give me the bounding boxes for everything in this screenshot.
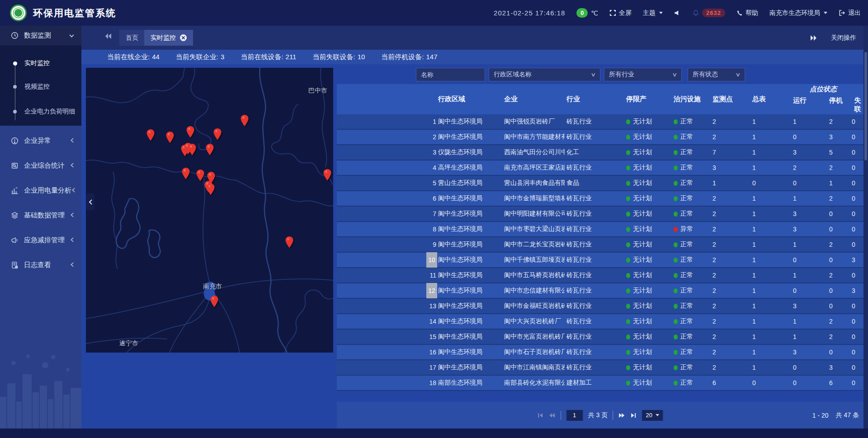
table-row[interactable]: 8阆中生态环境局阆中市枣碧大梁山页岩砖瓦行业无计划异常21300 — [337, 222, 863, 237]
tab-realtime-monitor[interactable]: 实时监控 — [144, 30, 193, 46]
tabs-scroll-right-button[interactable] — [810, 35, 817, 41]
sidebar-group-企业用电量分析[interactable]: 企业用电量分析 — [0, 180, 81, 200]
cell-pollution-facility: 正常 — [669, 333, 707, 341]
cell-company[interactable]: 阆中市江南镇阆南页岩 — [502, 363, 565, 372]
table-row[interactable]: 18南部生态环境局南部县砖化水泥有限公建材加工无计划正常60060 — [337, 376, 863, 391]
page-number-input[interactable]: 1 — [566, 410, 583, 421]
map-marker-icon[interactable] — [241, 115, 249, 127]
cell-company[interactable]: 营山县润丰肉食品有限 — [502, 179, 565, 187]
table-row[interactable]: 15阆中生态环境局阆中市光富页岩机砖厂砖瓦行业无计划正常21120 — [337, 330, 863, 345]
table-row[interactable]: 14阆中生态环境局阆中大兴页岩机砖厂砖瓦行业无计划正常21120 — [337, 314, 863, 330]
cell-company[interactable]: 阆中市石子页岩机砖厂 — [502, 348, 565, 356]
cell-company[interactable]: 阆中市金博瑞新型墙材 — [502, 194, 565, 203]
map-panel[interactable]: 巴中市南充市遂宁市 — [86, 68, 333, 353]
cell-company[interactable]: 阆中市忠信建材有限公 — [502, 287, 565, 295]
table-row[interactable]: 5营山生态环境局营山县润丰肉食品有限食品无计划正常10010 — [337, 176, 863, 191]
vertical-scrollbar[interactable] — [863, 26, 868, 429]
header-monitor-points[interactable]: 监测点 — [707, 84, 747, 114]
cell-running: 1 — [788, 318, 823, 325]
theme-menu[interactable]: 主题 — [643, 9, 663, 17]
map-marker-icon[interactable] — [213, 128, 222, 140]
table-row[interactable]: 10阆中生态环境局阆中千佛镇五郎垭页岩砖瓦行业无计划正常21003 — [337, 253, 863, 268]
cell-company[interactable]: 阆中千佛镇五郎垭页岩 — [502, 256, 565, 264]
cell-company[interactable]: 阆中明阳建材有限公司 — [502, 210, 565, 218]
map-marker-icon[interactable] — [323, 169, 331, 181]
header-region[interactable]: 行政区域 — [437, 84, 502, 114]
previous-page-button[interactable] — [548, 412, 556, 419]
header-offline[interactable]: 失联 — [852, 96, 863, 113]
map-marker-icon[interactable] — [182, 168, 190, 179]
sidebar-group-企业综合统计[interactable]: 企业综合统计 — [0, 155, 81, 175]
table-row[interactable]: 12阆中生态环境局阆中市忠信建材有限公砖瓦行业无计划正常21003 — [337, 283, 863, 299]
cell-region: 阆中生态环境局 — [437, 333, 502, 341]
map-marker-icon[interactable] — [146, 129, 155, 141]
help-button[interactable]: 帮助 — [736, 9, 758, 17]
search-name-input[interactable] — [416, 68, 485, 81]
table-row[interactable]: 6阆中生态环境局阆中市金博瑞新型墙材砖瓦行业无计划正常21120 — [337, 191, 863, 207]
map-marker-icon[interactable] — [188, 144, 196, 155]
cell-company[interactable]: 阆中强锐页岩砖厂 — [502, 118, 565, 126]
map-marker-icon[interactable] — [285, 236, 293, 248]
cell-company[interactable]: 南部县砖化水泥有限公 — [502, 379, 565, 387]
header-running[interactable]: 运行 — [788, 96, 823, 113]
header-industry[interactable]: 行业 — [565, 84, 623, 114]
last-page-button[interactable] — [630, 412, 637, 419]
cell-company[interactable]: 阆中大兴页岩机砖厂 — [502, 317, 565, 325]
table-row[interactable]: 16阆中生态环境局阆中市石子页岩机砖厂砖瓦行业无计划正常21300 — [337, 345, 863, 360]
map-marker-icon[interactable] — [210, 296, 218, 307]
next-page-button[interactable] — [618, 412, 625, 419]
cell-company[interactable]: 阆中市枣碧大梁山页岩 — [502, 225, 565, 233]
sidebar-group-应急减排管理[interactable]: 应急减排管理 — [0, 230, 81, 250]
cell-company[interactable]: 南充市高坪区王家店建 — [502, 164, 565, 172]
cell-company[interactable]: 阆中市五马桥页岩机砖 — [502, 271, 565, 279]
logout-button[interactable]: 退出 — [839, 9, 861, 17]
map-marker-icon[interactable] — [207, 184, 215, 195]
notifications[interactable]: 2632 — [692, 9, 725, 17]
tabs-scroll-left-button[interactable] — [105, 33, 112, 41]
map-marker-icon[interactable] — [196, 170, 204, 181]
tab-close-icon[interactable] — [180, 34, 187, 41]
cell-company[interactable]: 阆中市光富页岩机砖厂 — [502, 333, 565, 341]
cell-company[interactable]: 阆中市二龙长宝页岩砖 — [502, 240, 565, 249]
header-stop-production[interactable]: 停限产 — [623, 84, 669, 114]
region-select[interactable]: 行政区域名称 ∨ — [489, 68, 600, 81]
table-row[interactable]: 9阆中生态环境局阆中市二龙长宝页岩砖砖瓦行业无计划正常21120 — [337, 237, 863, 253]
sidebar-item-企业电力负荷明细[interactable]: 企业电力负荷明细 — [0, 105, 81, 118]
cell-company[interactable]: 西南油气田分公司川中 — [502, 148, 565, 156]
cell-pollution-facility: 正常 — [669, 240, 707, 249]
scrollbar-thumb[interactable] — [864, 52, 867, 160]
map-marker-icon[interactable] — [186, 126, 194, 138]
header-company[interactable]: 企业 — [502, 84, 565, 114]
sidebar-group-日志查看[interactable]: 日志查看 — [0, 255, 81, 275]
table-row[interactable]: 13阆中生态环境局阆中市金福旺页岩机砖砖瓦行业无计划正常21300 — [337, 299, 863, 314]
map-marker-icon[interactable] — [166, 132, 174, 143]
org-menu[interactable]: 南充市生态环境局 — [769, 9, 827, 17]
first-page-button[interactable] — [537, 412, 543, 419]
status-select[interactable]: 所有状态 ∨ — [688, 68, 745, 81]
sidebar-group-基础数据管理[interactable]: 基础数据管理 — [0, 205, 81, 225]
close-operations-button[interactable]: 关闭操作 — [831, 34, 856, 42]
table-row[interactable]: 1阆中生态环境局阆中强锐页岩砖厂砖瓦行业无计划正常21120 — [337, 114, 863, 130]
table-row[interactable]: 7阆中生态环境局阆中明阳建材有限公司砖瓦行业无计划正常21300 — [337, 207, 863, 222]
sidebar-item-实时监控[interactable]: 实时监控 — [0, 57, 81, 70]
fullscreen-button[interactable]: 全屏 — [609, 9, 632, 17]
header-total-meters[interactable]: 总表 — [747, 84, 788, 114]
mute-button[interactable] — [674, 9, 681, 16]
tab-home[interactable]: 首页 — [119, 30, 145, 46]
sidebar-item-视频监控[interactable]: 视频监控 — [0, 80, 81, 94]
table-row[interactable]: 11阆中生态环境局阆中市五马桥页岩机砖砖瓦行业无计划正常21120 — [337, 268, 863, 283]
table-row[interactable]: 3仪陇生态环境局西南油气田分公司川中化工无计划正常71350 — [337, 145, 863, 160]
cell-company[interactable]: 阆中市南方节能建材有 — [502, 133, 565, 141]
header-stopped[interactable]: 停机 — [823, 96, 852, 113]
page-size-select[interactable]: 20 — [642, 410, 663, 421]
header-pollution-facility[interactable]: 治污设施 — [669, 84, 707, 114]
table-row[interactable]: 17阆中生态环境局阆中市江南镇阆南页岩砖瓦行业无计划正常21030 — [337, 360, 863, 376]
cell-company[interactable]: 阆中市金福旺页岩机砖 — [502, 302, 565, 310]
map-panel-collapse-button[interactable] — [86, 193, 94, 210]
table-row[interactable]: 2阆中生态环境局阆中市南方节能建材有砖瓦行业无计划正常21030 — [337, 130, 863, 145]
table-row[interactable]: 4高坪生态环境局南充市高坪区王家店建砖瓦行业无计划正常31220 — [337, 160, 863, 176]
sidebar-group-数据监测[interactable]: 数据监测 — [0, 26, 81, 45]
industry-select[interactable]: 所有行业 ∨ — [604, 68, 682, 81]
sidebar-group-企业异常[interactable]: 企业异常 — [0, 131, 81, 151]
map-marker-icon[interactable] — [206, 144, 214, 155]
